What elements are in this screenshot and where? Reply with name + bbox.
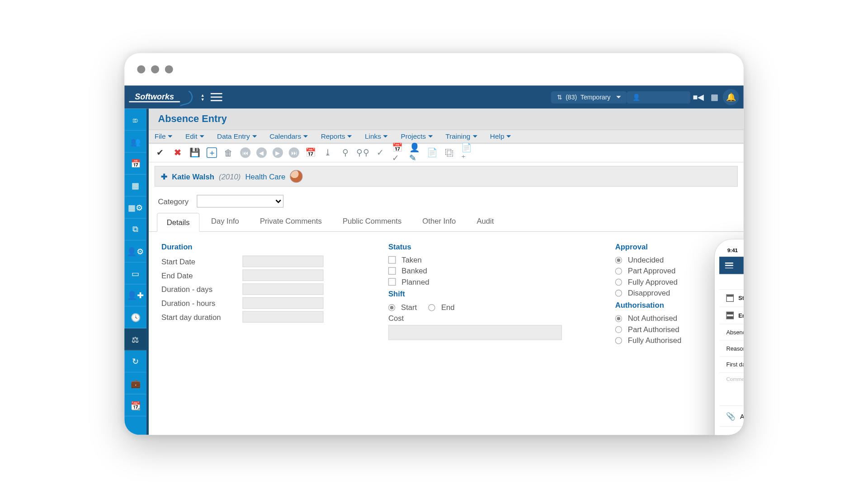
auth-full-radio[interactable] [615, 337, 622, 343]
auth-part-radio[interactable] [615, 326, 622, 333]
calendar-search-icon[interactable]: 📅 [305, 147, 317, 159]
tab-day-info[interactable]: Day Info [202, 212, 248, 231]
stamp-icon[interactable]: ⚲ [340, 147, 351, 159]
org-selector-button[interactable]: ⇅ (83) Temporary [551, 91, 627, 103]
tab-private-comments[interactable]: Private Comments [250, 212, 331, 231]
menu-projects[interactable]: Projects [401, 132, 433, 141]
sidebar-item-people[interactable]: 👥 [124, 131, 146, 153]
prev-icon[interactable]: ◀ [256, 147, 267, 158]
approval-disapproved-radio[interactable] [615, 289, 622, 296]
planned-checkbox[interactable] [388, 278, 396, 286]
end-date-input[interactable] [242, 269, 323, 281]
start-day-duration-input[interactable] [242, 311, 323, 323]
cancel-icon[interactable]: ✖ [172, 147, 184, 159]
delete-icon[interactable]: 🗑 [223, 147, 235, 159]
phone-end-date-row[interactable]: End Date 25/08/2022 [719, 307, 744, 324]
duration-days-input[interactable] [242, 283, 323, 295]
duration-hours-input[interactable] [242, 297, 323, 309]
sidebar-item-user-check[interactable]: 👤✚ [124, 285, 146, 307]
phone-first-day-row[interactable]: First day Full Day [719, 357, 744, 373]
phone-start-date-row[interactable]: Start Date 22/08/2022 [719, 290, 744, 307]
menu-training[interactable]: Training [445, 132, 477, 141]
first-icon[interactable]: ⏮ [240, 147, 250, 158]
sidebar-item-copy[interactable]: ⧉ [124, 219, 146, 241]
confirm-icon[interactable]: ✔ [155, 147, 166, 159]
person-icon: 👤 [632, 94, 641, 101]
menu-reports[interactable]: Reports [321, 132, 352, 141]
download-icon[interactable]: ⤓ [322, 147, 334, 159]
approval-full-radio[interactable] [615, 278, 622, 285]
phone-absence-type-row[interactable]: Absence Type Certified Sick [719, 324, 744, 341]
shift-start-radio[interactable] [388, 304, 395, 310]
phone-first-day-label: First day [726, 361, 743, 368]
last-icon[interactable]: ⏭ [289, 147, 299, 158]
next-icon[interactable]: ▶ [273, 147, 283, 158]
duration-hours-label: Duration - hours [161, 299, 236, 307]
category-row: Category [149, 190, 744, 212]
menu-data-entry[interactable]: Data Entry [217, 132, 257, 141]
apps-grid-icon[interactable]: ▦ [707, 89, 723, 105]
category-select[interactable] [197, 195, 283, 207]
sidebar-item-schedule[interactable]: 📆 [124, 394, 146, 417]
approval-disapproved-label: Disapproved [628, 289, 670, 297]
tab-public-comments[interactable]: Public Comments [333, 212, 410, 231]
approval-undecided-radio[interactable] [615, 257, 622, 263]
approval-heading: Approval [615, 242, 731, 251]
person-search-button[interactable]: 👤 [627, 91, 690, 103]
employee-id: (2010) [219, 172, 241, 181]
sidebar-item-blank-calendar[interactable]: ▭ [124, 263, 146, 285]
sort-toggle-icon[interactable] [201, 93, 205, 101]
cost-input[interactable] [388, 325, 562, 340]
stamp-multi-icon[interactable]: ⚲⚲ [357, 147, 369, 159]
auth-not-radio[interactable] [615, 315, 622, 322]
document-add-icon[interactable]: 📄⁺ [461, 147, 473, 159]
sidebar-item-balance[interactable]: ⚖ [124, 328, 146, 351]
save-icon[interactable]: 💾 [189, 147, 201, 159]
menu-calendars[interactable]: Calendars [269, 132, 308, 141]
menu-file[interactable]: File [155, 132, 173, 141]
approval-full-label: Fully Approved [628, 277, 678, 286]
calendar-filled-icon [726, 312, 734, 319]
sidebar-item-calendar-15[interactable]: 📅 [124, 153, 146, 175]
notification-bell-icon[interactable]: 🔔 [723, 89, 739, 105]
menu-edit[interactable]: Edit [185, 132, 204, 141]
sidebar-item-clock-add[interactable]: 🕓 [124, 306, 146, 328]
employee-name[interactable]: Katie Walsh [172, 172, 214, 181]
expand-employee-icon[interactable]: ✚ [161, 172, 167, 181]
approve-check-icon[interactable]: ✓ [374, 147, 386, 159]
person-edit-icon[interactable]: 👤✎ [409, 147, 421, 159]
banked-label: Banked [401, 267, 427, 275]
video-icon[interactable]: ■◀ [690, 89, 707, 105]
window-dot [151, 65, 159, 73]
phone-hamburger-icon[interactable] [725, 263, 733, 268]
employee-bar: ✚ Katie Walsh (2010) Health Care [155, 166, 738, 187]
category-label: Category [158, 197, 189, 206]
document-icon[interactable]: 📄 [426, 147, 438, 159]
add-icon[interactable]: ＋ [207, 147, 217, 158]
start-date-input[interactable] [242, 256, 323, 267]
sidebar-item-user-settings[interactable]: 👤⚙ [124, 240, 146, 263]
sidebar-item-briefcase[interactable]: 💼 [124, 372, 146, 394]
calendar-check-icon[interactable]: 📅✓ [392, 147, 404, 159]
taken-checkbox[interactable] [388, 256, 396, 264]
menu-help[interactable]: Help [490, 132, 511, 141]
tab-details[interactable]: Details [157, 213, 199, 232]
shift-heading: Shift [388, 290, 592, 298]
sidebar-item-history[interactable]: ↻ [124, 351, 146, 373]
sidebar-item-calendar[interactable]: ▦ [124, 174, 146, 197]
menu-links[interactable]: Links [365, 132, 388, 141]
phone-comments-input[interactable]: Comments [719, 373, 744, 406]
tab-audit[interactable]: Audit [467, 212, 503, 231]
org-chart-icon[interactable]: ⿻ [444, 147, 456, 159]
phone-reason-type-row[interactable]: Reason Type Cold / flu [719, 341, 744, 357]
phone-add-attachment-row[interactable]: 📎 Add Attachment [719, 406, 744, 427]
hamburger-icon[interactable] [210, 93, 222, 101]
sidebar-item-calendar-settings[interactable]: ▦⚙ [124, 197, 146, 219]
tab-other-info[interactable]: Other Info [413, 212, 465, 231]
sidebar-item-org[interactable]: ⎄ [124, 108, 146, 131]
approval-part-radio[interactable] [615, 267, 622, 274]
banked-checkbox[interactable] [388, 267, 396, 275]
browser-window: Softworks ⇅ (83) Temporary 👤 ■◀ ▦ 🔔 ⎄ 👥 … [124, 53, 744, 435]
shift-end-radio[interactable] [429, 304, 435, 310]
shift-end-label: End [441, 303, 455, 312]
